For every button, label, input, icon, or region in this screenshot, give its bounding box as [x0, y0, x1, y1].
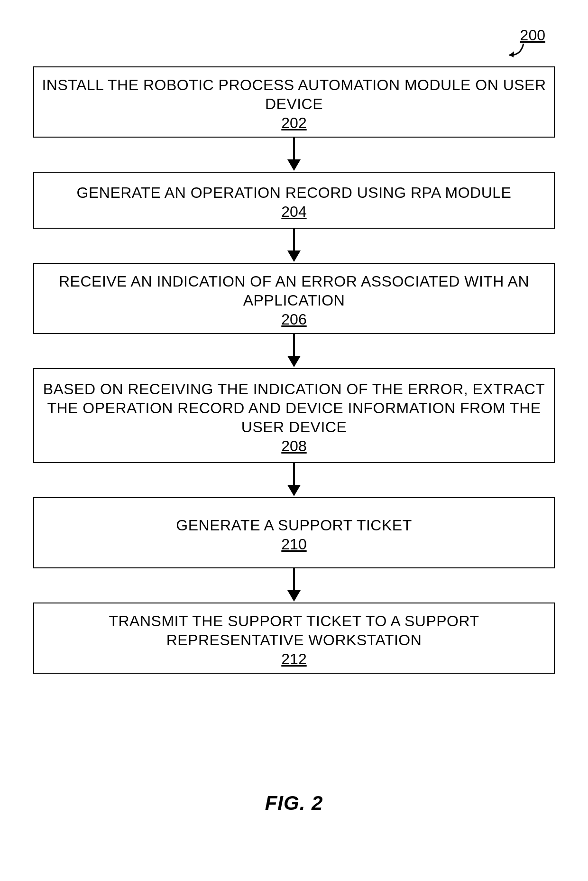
flow-step-206: RECEIVE AN INDICATION OF AN ERROR ASSOCI…	[33, 263, 555, 334]
flow-step-number: 208	[281, 437, 306, 455]
flow-step-212: TRANSMIT THE SUPPORT TICKET TO A SUPPORT…	[33, 603, 555, 674]
figure-caption: FIG. 2	[0, 792, 588, 815]
flow-step-text: GENERATE AN OPERATION RECORD USING RPA M…	[77, 183, 512, 202]
flow-step-text: RECEIVE AN INDICATION OF AN ERROR ASSOCI…	[42, 272, 546, 310]
page: 200 INSTALL THE ROBOTIC PROCESS AUTOMATI…	[0, 0, 588, 881]
flow-step-number: 212	[281, 650, 306, 668]
flow-step-number: 204	[281, 203, 306, 221]
flow-step-number: 202	[281, 114, 306, 132]
arrow-down-icon	[280, 463, 308, 497]
flow-step-number: 210	[281, 536, 306, 553]
flow-step-text: BASED ON RECEIVING THE INDICATION OF THE…	[42, 380, 546, 436]
flow-step-210: GENERATE A SUPPORT TICKET 210	[33, 497, 555, 568]
arrow-down-icon	[280, 138, 308, 172]
arrow-down-icon	[280, 334, 308, 368]
flow-step-text: INSTALL THE ROBOTIC PROCESS AUTOMATION M…	[42, 75, 546, 113]
flow-step-204: GENERATE AN OPERATION RECORD USING RPA M…	[33, 172, 555, 229]
arrow-down-icon	[280, 229, 308, 263]
flow-step-text: TRANSMIT THE SUPPORT TICKET TO A SUPPORT…	[42, 612, 546, 649]
curved-arrow-icon	[505, 42, 527, 61]
flowchart: INSTALL THE ROBOTIC PROCESS AUTOMATION M…	[33, 66, 555, 674]
flow-step-text: GENERATE A SUPPORT TICKET	[176, 516, 412, 535]
flow-step-202: INSTALL THE ROBOTIC PROCESS AUTOMATION M…	[33, 66, 555, 138]
arrow-down-icon	[280, 568, 308, 603]
flow-step-number: 206	[281, 311, 306, 328]
flow-step-208: BASED ON RECEIVING THE INDICATION OF THE…	[33, 368, 555, 463]
